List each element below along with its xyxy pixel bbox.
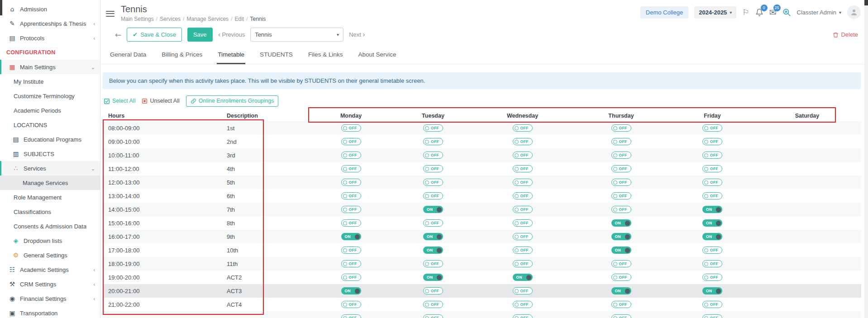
toggle-monday[interactable]: OFF xyxy=(341,138,361,145)
sidebar-item-admission[interactable]: ⌂Admission xyxy=(0,2,100,16)
sidebar-item-protocols[interactable]: ▤Protocols‹ xyxy=(0,31,100,45)
toggle-tuesday[interactable]: OFF xyxy=(423,165,443,172)
sidebar-item-my-institute[interactable]: My Institute xyxy=(0,74,100,89)
toggle-thursday[interactable]: OFF xyxy=(611,274,631,281)
toggle-monday[interactable]: OFF xyxy=(341,179,361,186)
service-select[interactable]: Tennis ▾ xyxy=(250,28,343,42)
toggle-thursday[interactable]: OFF xyxy=(611,138,631,145)
toggle-thursday[interactable]: OFF xyxy=(611,260,631,267)
toggle-tuesday[interactable]: OFF xyxy=(423,260,443,267)
sidebar-item-classifications[interactable]: Classifications xyxy=(0,204,100,219)
toggle-thursday[interactable]: OFF xyxy=(611,179,631,186)
toggle-wednesday[interactable]: OFF xyxy=(513,287,533,294)
toggle-friday[interactable]: ON xyxy=(702,219,722,227)
toggle-tuesday[interactable]: OFF xyxy=(423,124,443,132)
breadcrumb-item-manage-services[interactable]: Manage Services xyxy=(186,16,229,22)
toggle-monday[interactable]: OFF xyxy=(341,152,361,159)
toggle-monday[interactable]: OFF xyxy=(341,314,361,318)
toggle-friday[interactable]: OFF xyxy=(702,192,722,199)
tab-about-service[interactable]: About Service xyxy=(357,45,397,64)
breadcrumb-item-services[interactable]: Services xyxy=(160,16,181,22)
toggle-thursday[interactable]: OFF xyxy=(611,301,631,308)
tab-general-data[interactable]: General Data xyxy=(109,45,147,64)
toggle-wednesday[interactable]: OFF xyxy=(513,233,533,240)
toggle-tuesday[interactable]: ON xyxy=(423,247,443,254)
school-selector[interactable]: Demo College xyxy=(640,6,688,19)
toggle-thursday[interactable]: OFF xyxy=(611,124,631,132)
sidebar-item-academic-periods[interactable]: Academic Periods xyxy=(0,103,100,118)
toggle-friday[interactable]: ON xyxy=(702,287,722,294)
tab-billing-prices[interactable]: Billing & Prices xyxy=(161,45,203,64)
breadcrumb-item-main-settings[interactable]: Main Settings xyxy=(121,16,154,22)
toggle-friday[interactable]: ON xyxy=(702,233,722,240)
toggle-monday[interactable]: OFF xyxy=(341,165,361,172)
sidebar-item-educational-programs[interactable]: ▤Educational Programs xyxy=(0,132,100,147)
messages-envelope-icon[interactable]: ✉ 25 xyxy=(769,8,777,17)
tab-files-links[interactable]: Files & Links xyxy=(307,45,344,64)
sidebar-item-general-settings[interactable]: ⚙General Settings xyxy=(0,248,100,262)
toggle-tuesday[interactable]: OFF xyxy=(423,219,443,227)
toggle-tuesday[interactable]: OFF xyxy=(423,138,443,145)
flag-icon[interactable]: ⚐ xyxy=(742,9,749,16)
avatar[interactable] xyxy=(847,5,861,19)
notifications-bell-icon[interactable]: 0 xyxy=(755,8,763,17)
toggle-friday[interactable]: OFF xyxy=(702,179,722,186)
toggle-friday[interactable]: OFF xyxy=(702,314,722,318)
save-close-button[interactable]: ✔ Save & Close xyxy=(127,28,182,42)
toggle-monday[interactable]: OFF xyxy=(341,247,361,254)
page-scrollbar[interactable] xyxy=(864,0,868,318)
sidebar-item-services[interactable]: ∴Services⌄ xyxy=(0,161,100,176)
year-selector[interactable]: 2024-2025 ▾ xyxy=(694,6,736,19)
toggle-wednesday[interactable]: OFF xyxy=(513,179,533,186)
toggle-thursday[interactable]: ON xyxy=(611,219,631,227)
toggle-tuesday[interactable]: OFF xyxy=(423,179,443,186)
sidebar-item-transportation[interactable]: ▣Transportation xyxy=(0,306,100,318)
toggle-friday[interactable]: OFF xyxy=(702,138,722,145)
toggle-thursday[interactable]: OFF xyxy=(611,314,631,318)
toggle-friday[interactable]: OFF xyxy=(702,260,722,267)
toggle-monday[interactable]: ON xyxy=(341,233,361,240)
sidebar-item-role-management[interactable]: Role Management xyxy=(0,190,100,204)
toggle-wednesday[interactable]: OFF xyxy=(513,206,533,213)
toggle-thursday[interactable]: ON xyxy=(611,247,631,254)
toggle-friday[interactable]: OFF xyxy=(702,152,722,159)
sidebar-item-customize-terminology[interactable]: Customize Terminology xyxy=(0,89,100,103)
next-button[interactable]: Next › xyxy=(349,31,365,39)
toggle-wednesday[interactable]: OFF xyxy=(513,192,533,199)
toggle-wednesday[interactable]: OFF xyxy=(513,247,533,254)
toggle-wednesday[interactable]: OFF xyxy=(513,152,533,159)
toggle-tuesday[interactable]: OFF xyxy=(423,192,443,199)
back-arrow-icon[interactable]: ← xyxy=(115,30,121,39)
toggle-friday[interactable]: OFF xyxy=(702,124,722,132)
toggle-monday[interactable]: ON xyxy=(341,287,361,294)
sidebar-item-manage-services[interactable]: Manage Services xyxy=(0,176,100,190)
toggle-monday[interactable]: OFF xyxy=(341,206,361,213)
tab-students[interactable]: STUDENTS xyxy=(259,45,294,64)
page-scrollbar-thumb[interactable] xyxy=(864,0,868,5)
sidebar-item-academic-settings[interactable]: ☷Academic Settings‹ xyxy=(0,262,100,277)
toggle-monday[interactable]: OFF xyxy=(341,192,361,199)
toggle-tuesday[interactable]: OFF xyxy=(423,152,443,159)
toggle-wednesday[interactable]: OFF xyxy=(513,301,533,308)
toggle-thursday[interactable]: OFF xyxy=(611,192,631,199)
toggle-wednesday[interactable]: OFF xyxy=(513,219,533,227)
toggle-tuesday[interactable]: OFF xyxy=(423,287,443,294)
toggle-thursday[interactable]: ON xyxy=(611,287,631,294)
toggle-friday[interactable]: OFF xyxy=(702,165,722,172)
tab-timetable[interactable]: Timetable xyxy=(217,45,245,64)
toggle-tuesday[interactable]: OFF xyxy=(423,314,443,318)
toggle-thursday[interactable]: OFF xyxy=(611,165,631,172)
sidebar-scrollbar-thumb[interactable] xyxy=(0,0,2,15)
toggle-wednesday[interactable]: OFF xyxy=(513,260,533,267)
toggle-tuesday[interactable]: ON xyxy=(423,206,443,213)
sidebar-item-dropdown-lists[interactable]: ◈Dropdown lists xyxy=(0,233,100,248)
toggle-tuesday[interactable]: ON xyxy=(423,233,443,240)
toggle-tuesday[interactable]: OFF xyxy=(423,301,443,308)
sidebar-item-financial-settings[interactable]: ◉Financial Settings‹ xyxy=(0,291,100,306)
toggle-wednesday[interactable]: OFF xyxy=(513,124,533,132)
sidebar-item-crm-settings[interactable]: ⚒CRM Settings‹ xyxy=(0,277,100,291)
toggle-friday[interactable]: OFF xyxy=(702,247,722,254)
breadcrumb-item-edit[interactable]: Edit xyxy=(234,16,244,22)
toggle-thursday[interactable]: ON xyxy=(611,233,631,240)
previous-button[interactable]: ‹ Previous xyxy=(218,31,245,39)
